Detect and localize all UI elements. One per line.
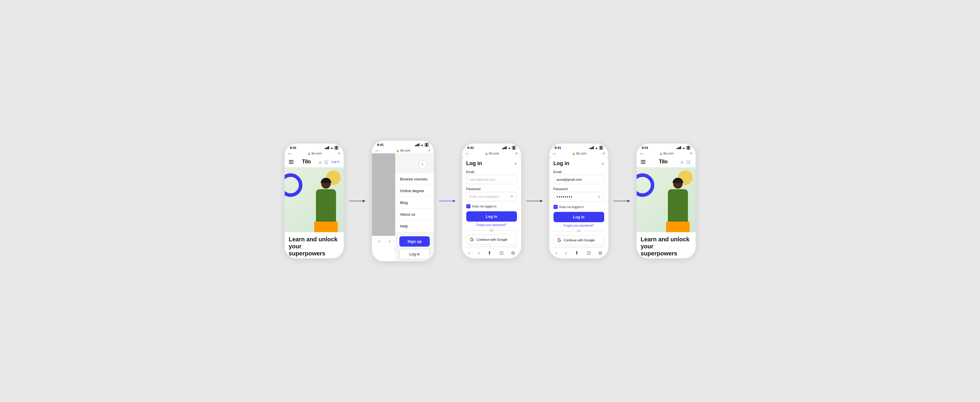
screen4-email-value: anna@gmail.com <box>557 178 582 181</box>
bookmarks-icon3[interactable]: ⊡ <box>500 250 503 256</box>
signal-icon2 <box>415 143 419 146</box>
menu-item-browse-arrow: › <box>428 177 429 181</box>
screen4-email-input[interactable]: anna@gmail.com <box>554 175 604 184</box>
screen3-password-label: Password <box>466 187 517 191</box>
screen1-nav-right: ⌕ 🛒 Log in <box>319 160 339 164</box>
menu-item-browse[interactable]: Browse courses › <box>395 173 434 185</box>
menu-item-about-label: About us <box>400 212 415 217</box>
screen2-address-bar: aA 🔒 tilo.com ↺ <box>372 148 434 154</box>
screen3-facebook-btn[interactable]: f Continue with Facebook <box>466 246 517 247</box>
screen2-time: 9:41 <box>377 143 384 147</box>
forward-icon3[interactable]: › <box>478 250 479 256</box>
share-icon4[interactable]: ⬆ <box>575 250 579 256</box>
hamburger-icon5[interactable] <box>641 160 646 164</box>
screen5-hero <box>636 168 695 232</box>
google-icon4 <box>557 238 562 242</box>
menu-item-about[interactable]: About us <box>395 209 434 220</box>
screen4-google-btn[interactable]: Continue with Google <box>554 235 604 245</box>
arrow2 <box>439 198 457 204</box>
back-icon4[interactable]: ‹ <box>555 250 557 256</box>
bookmarks-icon4[interactable]: ⊡ <box>587 250 591 256</box>
tabs-icon4[interactable]: ⧉ <box>598 250 602 256</box>
screen5-hero-text: Learn and unlock your superpowers <box>636 232 695 258</box>
lock-icon4: 🔒 <box>572 152 575 155</box>
hamburger-icon[interactable] <box>289 160 294 164</box>
lock-icon2: 🔒 <box>396 149 399 152</box>
keep-logged-checkbox[interactable]: ✓ <box>466 204 470 208</box>
screen4-address-bar: aA 🔒 tilo.com ↺ <box>549 151 608 156</box>
screen1-phone: 9:41 ▲ ▓ aA 🔒 tilo.com ↺ <box>285 144 344 258</box>
cart-icon5[interactable]: 🛒 <box>686 160 691 164</box>
address-text3: 🔒 tilo.com <box>471 152 514 155</box>
forward-icon4[interactable]: › <box>565 250 567 256</box>
arrow4-svg <box>614 198 631 204</box>
search-icon[interactable]: ⌕ <box>319 160 321 164</box>
wifi-icon4: ▲ <box>595 146 598 149</box>
address-text4: 🔒 tilo.com <box>558 152 601 155</box>
google-icon <box>469 237 474 242</box>
font-size-icon: aA <box>288 152 291 155</box>
arrow3-svg <box>527 198 544 204</box>
screen1-nav: Tilo ⌕ 🛒 Log in <box>285 156 344 168</box>
screen4-password-input[interactable]: •••••••• 👁 <box>554 192 604 202</box>
screen4-password-value: •••••••• <box>557 195 573 199</box>
screen3-or-divider: OR <box>466 229 517 232</box>
screen2-status-bar: 9:41 ▲ ▓ <box>372 141 434 148</box>
screen5-hero-title: Learn and unlock your superpowers <box>641 236 692 257</box>
menu-item-help[interactable]: Help <box>395 220 434 232</box>
screen3-content: Log in × Email name@email.com Password E… <box>462 156 521 247</box>
back-icon2[interactable]: ‹ <box>379 239 380 244</box>
signup-button[interactable]: Sign up <box>399 236 430 247</box>
tabs-icon3[interactable]: ⧉ <box>511 250 515 256</box>
menu-close-btn[interactable]: × <box>418 160 427 169</box>
screen4-login-btn[interactable]: Log in <box>554 212 604 222</box>
screen4-google-label: Continue with Google <box>564 238 595 242</box>
screen5-nav-icons: ⌕ 🛒 <box>681 160 691 164</box>
arrow4 <box>614 198 631 204</box>
screen1-address-bar: aA 🔒 tilo.com ↺ <box>285 151 344 156</box>
screen4-time: 9:41 <box>555 146 561 149</box>
or-text4: OR <box>576 229 581 233</box>
keep-logged-checkbox4[interactable]: ✓ <box>554 205 558 209</box>
screen1-hero-text: Learn and unlock your superpowers <box>285 232 344 258</box>
screen4-modal-sheet: Log in × Email anna@gmail.com Password •… <box>549 156 608 247</box>
screen3-close-btn[interactable]: × <box>514 161 517 166</box>
screen4-close-btn[interactable]: × <box>601 161 604 166</box>
share-icon3[interactable]: ⬆ <box>487 250 491 256</box>
battery-icon3: ▓ <box>512 146 516 149</box>
back-icon3[interactable]: ‹ <box>468 250 470 256</box>
screen3-modal-header: Log in × <box>466 160 517 166</box>
screen3-email-input[interactable]: name@email.com <box>466 175 517 184</box>
address-text5: 🔒 tilo.com <box>645 152 688 155</box>
eye-icon[interactable]: 👁 <box>510 195 514 199</box>
signal-icon5 <box>677 146 681 149</box>
screen3-password-placeholder: Enter your password <box>469 195 499 198</box>
screen4-facebook-btn[interactable]: f Continue with Facebook <box>554 247 604 247</box>
forward-icon2[interactable]: › <box>389 239 390 244</box>
screen4-phone: 9:41 ▲ ▓ aA 🔒 tilo.com ↺ <box>549 144 608 258</box>
address-text: 🔒 tilo.com <box>293 152 336 155</box>
menu-item-degree[interactable]: Online degree <box>395 185 434 197</box>
screen3-modal-sheet: Log in × Email name@email.com Password E… <box>462 156 521 247</box>
battery-icon5: ▓ <box>686 146 690 149</box>
screen2-status-icons: ▲ ▓ <box>415 143 428 147</box>
login-link[interactable]: Log in <box>331 160 339 163</box>
screen3-forgot-link[interactable]: Forgot your password? <box>466 223 517 226</box>
screen3-google-btn[interactable]: Continue with Google <box>466 234 517 245</box>
menu-item-blog[interactable]: Blog <box>395 197 434 209</box>
or-text: OR <box>489 229 494 232</box>
screen4-forgot-link[interactable]: Forgot your password? <box>554 224 604 227</box>
screen4-bottom-toolbar: ‹ › ⬆ ⊡ ⧉ <box>549 247 608 258</box>
login-button-outline[interactable]: Log in <box>399 249 430 259</box>
battery-icon2: ▓ <box>425 143 428 147</box>
menu-item-blog-label: Blog <box>400 200 407 205</box>
cart-icon[interactable]: 🛒 <box>324 160 329 164</box>
keep-logged-label4: Keep me logged in <box>559 206 584 209</box>
screen3-login-btn[interactable]: Log in <box>466 211 517 222</box>
check-icon4: ✓ <box>554 206 557 208</box>
search-icon5[interactable]: ⌕ <box>681 160 683 164</box>
screen4-content: Log in × Email anna@gmail.com Password •… <box>549 156 608 247</box>
screen3-password-input[interactable]: Enter your password 👁 <box>466 192 517 201</box>
eye-icon4[interactable]: 👁 <box>597 195 601 199</box>
menu-item-help-label: Help <box>400 224 408 228</box>
